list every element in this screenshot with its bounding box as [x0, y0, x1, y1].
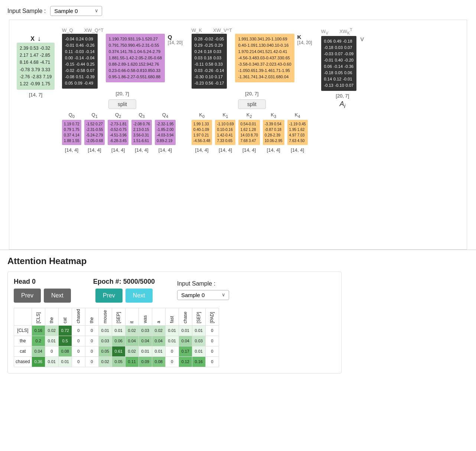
x-label: X	[30, 36, 35, 42]
xwk-label: XWKT	[339, 27, 352, 35]
heatmap-cell: 0	[205, 346, 219, 356]
heatmap-cell: 0.04	[32, 346, 45, 356]
sample-label-heatmap: Input Sample :	[177, 280, 229, 287]
heatmap-cell: 0.01	[179, 325, 192, 336]
heatmap-cell: 0	[85, 336, 98, 346]
heatmap-cell: 0.01	[138, 346, 152, 356]
x-dim: [14, 7]	[29, 92, 42, 98]
heatmap-cell: 0.01	[58, 356, 72, 367]
q-label: Q	[168, 34, 183, 40]
k-matrix: 1.991.330.341.20-1.100.69 0.40-1.091.130…	[235, 34, 294, 82]
sample-select-top[interactable]: Sample 0 Sample 1 Sample 2	[50, 6, 102, 16]
q2-label: Q2	[115, 112, 121, 119]
k-label: K	[297, 34, 312, 40]
heatmap-cell: 0.06	[112, 336, 125, 346]
col-header-cls: [CLS]	[32, 308, 45, 326]
heatmap-cell: 0.03	[192, 336, 205, 346]
table-row: cat0.0400.08000.050.610.020.010.0100.170…	[14, 346, 219, 356]
q2-dim: [14, 4]	[111, 147, 125, 153]
heatmap-corner	[14, 308, 32, 326]
heatmap-cell: 0.01	[152, 346, 165, 356]
heatmap-cell: 0.01	[165, 325, 179, 336]
heatmap-cell: 0	[85, 356, 98, 367]
heatmap-cell: 0.36	[32, 356, 45, 367]
xwq-label: XW_Q^T	[84, 27, 104, 33]
heatmap-cell: 0.01	[165, 336, 179, 346]
q4-matrix: -2.32-1.95-1.85-2.00-4.03-3.940.89-2.19	[155, 120, 176, 145]
wk-label: W_K	[192, 27, 202, 33]
col-header-pad: [PAD]	[205, 308, 219, 326]
q4-dim: [14, 4]	[159, 147, 172, 153]
heatmap-cell: 0.08	[58, 346, 72, 356]
wv-matrix: 0.060.49-0.18 -0.180.030.07 -0.030.07-0.…	[321, 36, 357, 91]
head-next-button[interactable]: Next	[44, 289, 71, 303]
col-header-a: a	[152, 308, 165, 326]
k0-label: K0	[199, 112, 205, 119]
col-header-chased: chased	[72, 308, 85, 326]
wv-dim: [20, 7]	[321, 93, 364, 99]
q0-label: Q0	[69, 112, 75, 119]
q1-dim: [14, 4]	[88, 147, 101, 153]
xwv-label: XW_V^T	[213, 27, 232, 33]
q4-label: Q4	[162, 112, 168, 119]
head-label: Head 0	[14, 278, 71, 286]
heatmap-title: Attention Heatmap	[7, 256, 469, 266]
q2-matrix: -2.73-1.81-0.52-0.75-4.51-3.96-6.28-3.45	[108, 120, 128, 145]
sample-select-heatmap[interactable]: Sample 0 Sample 1 Sample 2	[177, 290, 229, 300]
ai-label: Ai	[340, 100, 345, 109]
heatmap-cell: 0.01	[192, 325, 205, 336]
k-dim: [14, 20]	[297, 40, 312, 45]
wv-right-label: V	[360, 36, 364, 42]
heatmap-cell: 0.09	[138, 356, 152, 367]
wq-dim: [20, 7]	[62, 91, 183, 96]
heatmap-cell: 0.17	[179, 346, 192, 356]
heatmap-cell: 0.04	[179, 336, 192, 346]
heatmap-cell: 0	[205, 325, 219, 336]
epoch-next-button[interactable]: Next	[125, 289, 153, 303]
row-header-cat: cat	[14, 346, 32, 356]
q0-matrix: 1.19 0.720.79 1.750.37 4.141.88 1.55	[62, 120, 81, 145]
col-header-the1: the	[45, 308, 58, 326]
q1-label: Q1	[92, 112, 98, 119]
input-sample-label: Input Sample :	[7, 8, 46, 14]
head-prev-button[interactable]: Prev	[14, 289, 41, 303]
heatmap-cell: 0.02	[152, 325, 165, 336]
heatmap-cell: 0.02	[125, 346, 138, 356]
table-row: chased0.360.010.01000.020.050.110.090.08…	[14, 356, 219, 367]
col-header-fast: fast	[165, 308, 179, 326]
heatmap-cell: 0	[205, 336, 219, 346]
heatmap-cell: 0.05	[98, 346, 112, 356]
k1-label: K1	[223, 112, 228, 119]
epoch-prev-button[interactable]: Prev	[95, 289, 123, 303]
k3-dim: [14, 4]	[267, 147, 280, 153]
split-q-box: split	[108, 99, 136, 109]
k3-label: K3	[271, 112, 276, 119]
wq-matrix: -0.040.240.09 -0.010.46-0.26 0.11-0.03-0…	[62, 34, 98, 89]
heatmap-cell: 0.12	[179, 356, 192, 367]
col-header-was: was	[138, 308, 152, 326]
q-dim: [14, 20]	[168, 40, 183, 45]
x-matrix: 2.390.53-0.32 2.171.47-2.85 8.164.68-4.7…	[17, 43, 55, 90]
heatmap-cell: 0.5	[58, 336, 72, 346]
x-arrow: ↓	[38, 35, 41, 43]
heatmap-cell: 0.01	[45, 336, 58, 346]
k2-matrix: 0.54-0.011.62 1.2814.03 8.707.68 3.47	[238, 120, 260, 145]
heatmap-cell: 0.03	[138, 325, 152, 336]
table-row: the0.20.010.5000.030.060.040.040.040.010…	[14, 336, 219, 346]
heatmap-cell: 0.05	[112, 356, 125, 367]
heatmap-cell: 0.01	[98, 325, 112, 336]
heatmap-cell: 0.08	[152, 356, 165, 367]
heatmap-cell: 0.02	[98, 356, 112, 367]
row-header-the: the	[14, 336, 32, 346]
col-header-it: it	[125, 308, 138, 326]
wk-matrix: 0.28-0.02-0.05 0.29-0.250.29 0.240.180.0…	[192, 34, 227, 89]
row-header-CLS: [CLS]	[14, 325, 32, 336]
col-header-cat: cat	[58, 308, 72, 326]
heatmap-cell: 0.01	[112, 325, 125, 336]
heatmap-cell: 0.11	[125, 356, 138, 367]
heatmap-cell: 0.16	[32, 325, 45, 336]
heatmap-cell: 0.03	[98, 336, 112, 346]
heatmap-cell: 0	[72, 325, 85, 336]
heatmap-cell: 0.01	[192, 346, 205, 356]
k4-dim: [14, 4]	[291, 147, 304, 153]
